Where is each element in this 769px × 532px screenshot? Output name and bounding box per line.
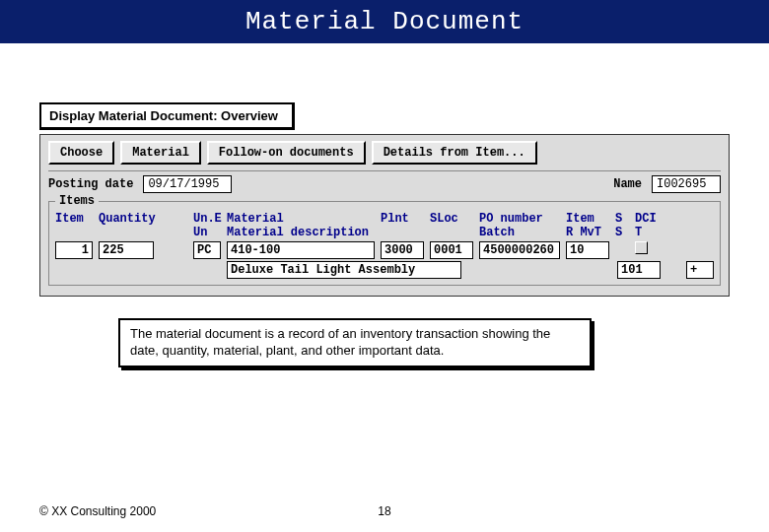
col-mvt: MvT <box>580 226 601 239</box>
cell-dci-checkbox[interactable] <box>635 241 663 259</box>
slide-title-bar: Material Document <box>0 0 769 43</box>
col-s: S <box>615 212 629 226</box>
cell-mvt[interactable]: 101 <box>617 261 661 279</box>
column-header-row-1: Item Quantity Un.E Material Plnt SLoc PO… <box>55 212 714 226</box>
name-label: Name <box>613 177 642 191</box>
col-item: Item <box>55 212 93 226</box>
col-un: Un <box>193 226 221 239</box>
col-item2: Item <box>566 212 609 226</box>
items-group: Items Item Quantity Un.E Material Plnt S… <box>48 201 721 286</box>
cell-sloc[interactable]: 0001 <box>430 241 473 259</box>
cell-un[interactable]: PC <box>193 241 221 259</box>
followon-documents-button[interactable]: Follow-on documents <box>207 141 366 165</box>
slide-title: Material Document <box>245 7 524 36</box>
cell-material-desc[interactable]: Deluxe Tail Light Assembly <box>227 261 461 279</box>
cell-plnt[interactable]: 3000 <box>381 241 424 259</box>
column-header-row-2: Un Material description Batch R MvT S T <box>55 226 714 239</box>
slide-footer: © XX Consulting 2000 18 <box>39 504 730 518</box>
sap-screen: Choose Material Follow-on documents Deta… <box>39 134 730 297</box>
cell-material[interactable]: 410-100 <box>227 241 375 259</box>
item-row: 1 225 PC 410-100 3000 0001 4500000260 10 <box>55 241 714 259</box>
sap-window-title: Display Material Document: Overview <box>39 102 295 130</box>
col-material: Material <box>227 212 375 226</box>
col-s2: S <box>615 226 629 239</box>
col-t: T <box>635 226 663 239</box>
material-button[interactable]: Material <box>120 141 201 165</box>
choose-button[interactable]: Choose <box>48 141 114 165</box>
copyright-text: © XX Consulting 2000 <box>39 504 156 518</box>
col-sloc: SLoc <box>430 212 473 226</box>
col-plnt: Plnt <box>381 212 424 226</box>
col-batch: Batch <box>479 226 560 239</box>
col-matdesc: Material description <box>227 226 375 239</box>
posting-date-field[interactable]: 09/17/1995 <box>143 175 232 193</box>
col-quantity: Quantity <box>99 212 154 226</box>
cell-item[interactable]: 1 <box>55 241 93 259</box>
col-dci: DCI <box>635 212 663 226</box>
col-r: R <box>566 226 573 239</box>
posting-date-label: Posting date <box>48 177 133 191</box>
cell-item2[interactable]: 10 <box>566 241 609 259</box>
name-field[interactable]: I002695 <box>652 175 721 193</box>
col-po: PO number <box>479 212 560 226</box>
cell-qty[interactable]: 225 <box>99 241 154 259</box>
items-group-label: Items <box>55 194 99 208</box>
col-une: Un.E <box>193 212 221 226</box>
cell-dci-val[interactable]: + <box>686 261 714 279</box>
page-number: 18 <box>378 504 390 518</box>
explainer-callout: The material document is a record of an … <box>118 318 592 367</box>
header-row: Posting date 09/17/1995 Name I002695 <box>48 170 721 193</box>
callout-text: The material document is a record of an … <box>130 326 550 358</box>
item-desc-row: Deluxe Tail Light Assembly 101 + <box>55 261 714 279</box>
content-panel: Display Material Document: Overview Choo… <box>39 102 730 367</box>
toolbar: Choose Material Follow-on documents Deta… <box>48 141 721 165</box>
details-from-item-button[interactable]: Details from Item... <box>372 141 537 165</box>
cell-po[interactable]: 4500000260 <box>479 241 560 259</box>
